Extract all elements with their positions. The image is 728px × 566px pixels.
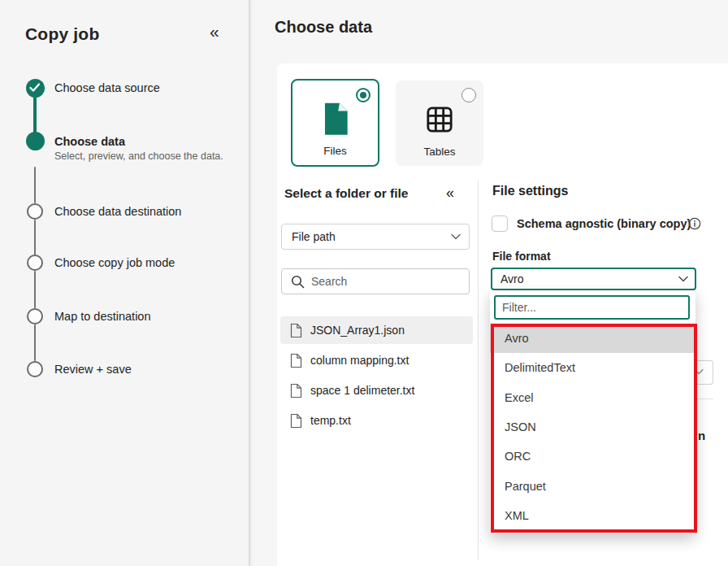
- file-name: JSON_Array1.json: [310, 324, 405, 337]
- table-grid-icon: [396, 103, 483, 139]
- step-pending-icon[interactable]: [27, 203, 43, 220]
- file-format-flyout: Avro DelimitedText Excel JSON ORC Parque…: [490, 290, 696, 533]
- sidebar-step-review-save[interactable]: Review + save: [54, 363, 132, 376]
- source-card-tables[interactable]: Tables: [396, 81, 483, 166]
- format-filter[interactable]: [494, 295, 690, 320]
- file-browser-title: Select a folder or file: [284, 186, 408, 201]
- file-icon: [290, 413, 302, 429]
- step-connector: [34, 271, 36, 308]
- page-title: Choose data: [275, 18, 372, 37]
- file-format-dropdown[interactable]: Avro: [491, 268, 696, 290]
- panel-divider: [478, 181, 479, 559]
- file-icon: [290, 323, 302, 338]
- sidebar-title: Copy job: [25, 24, 99, 44]
- wizard-steps-sidebar: Copy job « Choose data source Choose dat…: [0, 0, 250, 566]
- copy-job-wizard: Copy job « Choose data source Choose dat…: [0, 0, 728, 566]
- search-input[interactable]: [311, 275, 462, 288]
- source-card-files[interactable]: Files: [291, 79, 379, 167]
- step-connector: [34, 220, 36, 255]
- sidebar-step-choose-data-destination[interactable]: Choose data destination: [54, 205, 181, 218]
- sidebar-step-choose-data-source[interactable]: Choose data source: [54, 81, 160, 94]
- schema-agnostic-label: Schema agnostic (binary copy): [517, 217, 691, 230]
- step-pending-icon[interactable]: [27, 255, 43, 271]
- sidebar-collapse-icon[interactable]: «: [210, 22, 219, 41]
- file-row-json-array1[interactable]: JSON_Array1.json: [280, 316, 473, 344]
- sidebar-step-choose-copy-job-mode[interactable]: Choose copy job mode: [54, 256, 175, 269]
- file-icon: [290, 353, 302, 368]
- chevron-down-icon: [451, 233, 461, 240]
- tables-radio[interactable]: [462, 88, 476, 102]
- format-option-xml[interactable]: XML: [490, 501, 696, 530]
- format-option-avro[interactable]: Avro: [490, 324, 696, 353]
- file-row-column-mapping[interactable]: column mapping.txt: [280, 346, 473, 374]
- format-option-orc[interactable]: ORC: [490, 442, 696, 471]
- obscured-text-fragment: n: [698, 429, 705, 442]
- file-format-value: Avro: [500, 272, 678, 285]
- file-format-label: File format: [492, 250, 551, 263]
- filter-input[interactable]: [502, 301, 682, 314]
- step-completed-icon[interactable]: [26, 79, 45, 98]
- file-settings-title: File settings: [492, 184, 568, 198]
- step-connector: [34, 324, 36, 361]
- step-pending-icon[interactable]: [27, 308, 43, 324]
- step-pending-icon[interactable]: [27, 361, 43, 377]
- format-option-delimitedtext[interactable]: DelimitedText: [490, 353, 696, 382]
- tables-card-label: Tables: [396, 146, 483, 158]
- file-row-space-delimeter[interactable]: space 1 delimeter.txt: [280, 377, 473, 404]
- format-option-parquet[interactable]: Parquet: [490, 472, 696, 501]
- file-path-dropdown[interactable]: File path: [281, 224, 470, 250]
- file-search[interactable]: [281, 268, 470, 294]
- file-name: space 1 delimeter.txt: [310, 384, 414, 397]
- file-path-value: File path: [292, 230, 451, 243]
- chevron-down-icon: [678, 276, 688, 282]
- format-option-excel[interactable]: Excel: [490, 383, 696, 412]
- files-card-label: Files: [292, 145, 378, 157]
- format-option-json[interactable]: JSON: [490, 412, 696, 442]
- file-name: temp.txt: [310, 414, 351, 427]
- step-connector: [34, 167, 36, 203]
- file-icon: [290, 383, 302, 398]
- info-icon[interactable]: [688, 217, 701, 233]
- sidebar-step-map-to-destination[interactable]: Map to destination: [54, 310, 151, 323]
- files-radio[interactable]: [356, 88, 370, 102]
- file-row-temp[interactable]: temp.txt: [280, 407, 473, 434]
- file-browser-collapse-icon[interactable]: «: [446, 185, 454, 202]
- search-icon: [291, 275, 305, 289]
- step-connector: [33, 97, 37, 133]
- step-current-icon[interactable]: [26, 132, 45, 150]
- sidebar-step-choose-data[interactable]: Choose data: [54, 135, 125, 148]
- file-name: column mapping.txt: [310, 354, 409, 367]
- step-description: Select, preview, and choose the data.: [54, 150, 223, 162]
- file-document-icon: [292, 102, 378, 141]
- schema-agnostic-checkbox[interactable]: [492, 216, 508, 232]
- check-icon: [29, 83, 41, 93]
